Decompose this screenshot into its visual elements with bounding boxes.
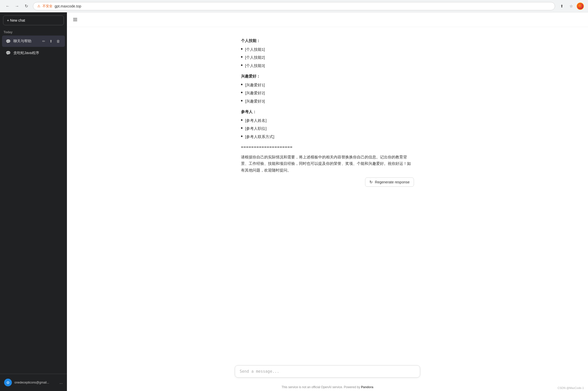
sidebar-item-chat2[interactable]: 💬 贪吃蛇Java程序 [2, 48, 65, 58]
chat1-actions: ✏ ⬆ 🗑 [41, 38, 61, 44]
list-item: [个人技能2] [241, 54, 414, 61]
security-label: 不安全 [42, 4, 53, 8]
browser-actions: ⬆ ☆ [558, 3, 584, 10]
forward-button[interactable]: → [13, 3, 21, 10]
hobby1: [兴趣爱好1] [245, 82, 265, 88]
chat1-label: 聊天与帮助 [13, 39, 38, 44]
bullet-dot [241, 119, 243, 121]
footer-link[interactable]: Pandora [361, 385, 373, 389]
user-more-icon[interactable]: ... [59, 380, 63, 385]
skill3: [个人技能3] [245, 62, 265, 69]
app-container: + New chat Today 💬 聊天与帮助 ✏ ⬆ 🗑 💬 贪吃蛇Java… [0, 12, 588, 391]
list-item: [兴趣爱好2] [241, 90, 414, 96]
chat-icon: 💬 [6, 39, 11, 44]
profile-avatar[interactable] [577, 3, 584, 10]
regen-icon: ↻ [369, 180, 373, 184]
list-item: [个人技能3] [241, 62, 414, 69]
bullet-dot [241, 127, 243, 129]
bullet-dot [241, 100, 243, 101]
ref2: [参考人职位] [245, 125, 266, 132]
message-content: 个人技能： [个人技能1] [个人技能2] [个人技能3] [241, 37, 414, 173]
closing-paragraph: 请根据你自己的实际情况和需要，将上述模板中的相关内容替换换你自己的信息。记出你的… [241, 154, 414, 174]
url-text: gpt.maxcode.top [55, 4, 81, 8]
share-icon[interactable]: ⬆ [48, 38, 54, 44]
svg-rect-2 [73, 21, 77, 21]
svg-rect-0 [73, 18, 77, 19]
hobby2: [兴趣爱好2] [245, 90, 265, 96]
list-item: [个人技能1] [241, 46, 414, 53]
today-label: Today [0, 28, 67, 35]
list-item: [参考人姓名] [241, 117, 414, 124]
security-warning-icon: ⚠ [37, 4, 40, 8]
share-button[interactable]: ⬆ [558, 3, 565, 10]
delete-icon[interactable]: 🗑 [55, 38, 61, 44]
message-input[interactable] [240, 369, 415, 374]
skill2: [个人技能2] [245, 54, 265, 61]
footer-right-text: CSDN @MaxCode-1 [558, 386, 584, 389]
ref1: [参考人姓名] [245, 117, 266, 124]
bullet-dot [241, 135, 243, 137]
hobby3: [兴趣爱好3] [245, 98, 265, 105]
input-area [67, 362, 588, 384]
skills-heading: 个人技能： [241, 37, 414, 44]
skills-list: [个人技能1] [个人技能2] [个人技能3] [241, 46, 414, 69]
divider-line: ==================== [241, 144, 414, 151]
back-button[interactable]: ← [4, 3, 11, 10]
sidebar: + New chat Today 💬 聊天与帮助 ✏ ⬆ 🗑 💬 贪吃蛇Java… [0, 12, 67, 391]
list-item: [兴趣爱好1] [241, 82, 414, 88]
user-email: onedecepticons@gmail... [14, 381, 57, 384]
regen-label: Regenerate response [375, 180, 410, 184]
hobbies-heading: 兴趣爱好： [241, 73, 414, 80]
new-chat-button[interactable]: + New chat [3, 15, 64, 25]
sidebar-toggle-icon [73, 17, 78, 22]
bullet-dot [241, 56, 243, 58]
footer-text: This service is not an official OpenAI s… [282, 385, 360, 389]
user-avatar: O [4, 379, 12, 386]
bookmark-button[interactable]: ☆ [567, 3, 575, 10]
input-wrapper [235, 365, 420, 378]
sidebar-item-chat1[interactable]: 💬 聊天与帮助 ✏ ⬆ 🗑 [2, 36, 65, 47]
browser-chrome: ← → ↻ ⚠ 不安全 gpt.maxcode.top ⬆ ☆ [0, 0, 588, 12]
chat-area: 个人技能： [个人技能1] [个人技能2] [个人技能3] [67, 27, 588, 362]
edit-icon[interactable]: ✏ [41, 38, 47, 44]
bullet-dot [241, 64, 243, 66]
bullet-dot [241, 48, 243, 50]
chat-icon2: 💬 [6, 50, 11, 55]
address-bar[interactable]: ⚠ 不安全 gpt.maxcode.top [33, 2, 555, 10]
references-list: [参考人姓名] [参考人职位] [参考人联系方式] [241, 117, 414, 140]
chat2-label: 贪吃蛇Java程序 [13, 51, 61, 55]
ref3: [参考人联系方式] [245, 133, 274, 140]
message-container: 个人技能： [个人技能1] [个人技能2] [个人技能3] [235, 37, 420, 173]
browser-nav: ← → ↻ [4, 3, 30, 10]
svg-rect-1 [73, 19, 77, 20]
footer: This service is not an official OpenAI s… [67, 384, 588, 391]
references-heading: 参考人： [241, 108, 414, 115]
regenerate-button[interactable]: ↻ Regenerate response [365, 177, 414, 187]
sidebar-toggle-button[interactable] [71, 15, 79, 24]
hobbies-list: [兴趣爱好1] [兴趣爱好2] [兴趣爱好3] [241, 82, 414, 105]
regen-area: ↻ Regenerate response [235, 175, 420, 191]
bullet-dot [241, 84, 243, 85]
list-item: [兴趣爱好3] [241, 98, 414, 105]
list-item: [参考人职位] [241, 125, 414, 132]
skill1: [个人技能1] [245, 46, 265, 53]
reload-button[interactable]: ↻ [23, 3, 30, 10]
list-item: [参考人联系方式] [241, 133, 414, 140]
user-row[interactable]: O onedecepticons@gmail... ... [3, 377, 64, 388]
main-content: 个人技能： [个人技能1] [个人技能2] [个人技能3] [67, 12, 588, 391]
bullet-dot [241, 92, 243, 93]
sidebar-bottom: O onedecepticons@gmail... ... [0, 374, 67, 391]
main-header [67, 12, 588, 27]
